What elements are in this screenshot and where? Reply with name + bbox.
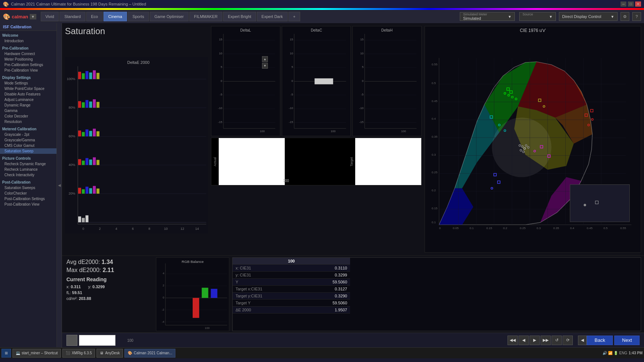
sidebar: ISF Calibration Welcome Introduction Pre… (0, 23, 57, 347)
minimize-button[interactable]: ─ (621, 1, 626, 7)
swatch-controls (66, 335, 116, 346)
max-de2000: Max dE2000: 2.11 (66, 267, 152, 274)
sidebar-item-gamma[interactable]: Gamma (0, 108, 57, 113)
nav-play-icon[interactable]: ▶ (530, 336, 540, 345)
svg-rect-21 (78, 72, 81, 79)
sidebar-item-cms-color-gamut[interactable]: CMS Color Gamut (0, 143, 57, 148)
nav-play-next-icon[interactable]: ▶▶ (541, 336, 551, 345)
sidebar-item-grayscale-2pt[interactable]: Grayscale - 2pt (0, 132, 57, 137)
tab-expert-bright[interactable]: Expert Bright (223, 12, 256, 21)
sidebar-item-post-calibration-settings[interactable]: Post-Calibration Settings (0, 196, 57, 202)
row-label-target-Y: Target Y (233, 300, 305, 307)
charts-container: Saturation DeltaE 2000 100% 80% 60% 40% … (62, 23, 644, 256)
sidebar-item-pre-calibration-view[interactable]: Pre-Calibration View (0, 68, 57, 73)
actual-label: Actual (211, 138, 219, 185)
next-button[interactable]: Next (614, 336, 640, 345)
taskbar-item-4[interactable]: 🎨 Calman 2021 Calman... (124, 349, 175, 358)
sidebar-item-saturation-sweep[interactable]: Saturation Sweep (0, 148, 57, 154)
table-row: Target y:CIE31 0.3290 (233, 293, 350, 300)
windows-icon: ⊞ (5, 351, 8, 355)
sidebar-item-dynamic-range[interactable]: Dynamic Range (0, 102, 57, 108)
sidebar-item-resolution[interactable]: Resolution (0, 119, 57, 124)
taskbar-item-1[interactable]: 💻 start_miner – Shortcut (12, 349, 61, 358)
playback-controls[interactable]: ◀◀ ◀ ▶ ▶▶ ↺ ⟳ (507, 336, 573, 345)
sidebar-section-pre-calibration: Pre-Calibration (0, 45, 57, 51)
sidebar-item-adjust-luminance[interactable]: Adjust Luminance (0, 97, 57, 102)
svg-text:5: 5 (291, 65, 293, 69)
sidebar-item-pre-calibration-settings[interactable]: Pre-Calibration Settings (0, 62, 57, 68)
close-button[interactable]: ✕ (635, 1, 641, 7)
table-row: Target Y 59.5060 (233, 300, 350, 307)
scroll-down-button[interactable]: ▼ (262, 63, 268, 69)
black-area (285, 138, 348, 185)
target-label: Target (348, 138, 355, 185)
sidebar-item-white-point[interactable]: White Point/Color Space (0, 86, 57, 91)
svg-text:0.2: 0.2 (432, 189, 436, 192)
app-icon: 🎨 (128, 351, 132, 355)
nav-play-prev-icon[interactable]: ◀ (519, 336, 529, 345)
svg-text:0.1: 0.1 (470, 227, 474, 230)
direct-display-dropdown[interactable]: Direct Display Control ▼ (559, 12, 618, 21)
taskbar: ⊞ 💻 start_miner – Shortcut ⬛ XMRig 6.3.5… (0, 347, 644, 358)
table-row: Y 59.5060 (233, 279, 350, 286)
current-reading-label: Current Reading (66, 276, 152, 282)
settings-icon-btn[interactable]: ⚙ (621, 12, 629, 21)
maximize-button[interactable]: □ (628, 1, 634, 7)
sidebar-section-display-settings: Display Settings (0, 75, 57, 80)
sidebar-item-meter-positioning[interactable]: Meter Positioning (0, 57, 57, 62)
tab-expert-dark[interactable]: Expert Dark (257, 12, 288, 21)
nav-loop-icon[interactable]: ⟳ (563, 336, 573, 345)
tab-filmmaker[interactable]: FILMMAKER (189, 12, 222, 21)
sidebar-item-hardware-connect[interactable]: Hardware Connect (0, 51, 57, 57)
sidebar-collapse-button[interactable]: ◀ (57, 23, 62, 347)
source-dropdown[interactable]: Source ▼ (519, 12, 556, 21)
simulated-meter-dropdown[interactable]: Simulated Meter Simulated ▼ (460, 12, 515, 21)
tab-sports[interactable]: Sports (128, 12, 149, 21)
tab-game-optimiser[interactable]: Game Optimiser (150, 12, 189, 21)
svg-text:10: 10 (290, 52, 293, 55)
svg-text:RGB Balance: RGB Balance (182, 260, 204, 264)
sidebar-item-recheck-dynamic-range[interactable]: Recheck Dynamic Range (0, 161, 57, 167)
sidebar-item-mode-settings[interactable]: Mode Settings (0, 80, 57, 86)
bottom-bar: 100 ◀◀ ◀ ▶ ▶▶ ↺ ⟳ ◀ Back Next (62, 333, 644, 347)
help-icon-btn[interactable]: ? (632, 12, 641, 21)
nav-arrow-left[interactable]: ◀ (578, 336, 587, 345)
tab-cinema[interactable]: Cinema (103, 12, 127, 21)
tab-vivid[interactable]: Vivid (41, 12, 59, 21)
svg-text:0.5: 0.5 (432, 82, 436, 85)
row-label-y-cie31: y: CIE31 (233, 272, 305, 279)
nav-prev-icon[interactable]: ◀◀ (507, 336, 518, 345)
saturation-title: Saturation (65, 26, 208, 36)
delta-charts-container: ▲ ▼ DeltaL 15 10 5 0 (211, 26, 422, 253)
sidebar-item-check-interactivity[interactable]: Check Interactivity (0, 172, 57, 178)
svg-rect-50 (97, 189, 99, 194)
svg-rect-37 (93, 129, 96, 137)
sidebar-item-disable-auto[interactable]: Disable Auto Features (0, 91, 57, 97)
start-button[interactable]: ⊞ (1, 349, 11, 358)
table-row: y: CIE31 0.3299 (233, 272, 350, 279)
back-button[interactable]: Back (587, 336, 613, 345)
sidebar-item-post-calibration-view[interactable]: Post-Calibration View (0, 202, 57, 207)
tab-standard[interactable]: Standard (59, 12, 85, 21)
scroll-up-button[interactable]: ▲ (262, 56, 268, 62)
nav-repeat-icon[interactable]: ↺ (552, 336, 562, 345)
sidebar-item-colorchecker[interactable]: ColorChecker (0, 191, 57, 196)
taskbar-item-2[interactable]: ⬛ XMRig 6.3.5 (62, 349, 95, 358)
title-text: Calman 2021 Calman Ultimate for Business… (11, 2, 146, 6)
svg-text:0.25: 0.25 (520, 227, 526, 230)
sidebar-item-color-decoder[interactable]: Color Decoder (0, 113, 57, 119)
tab-add[interactable]: + (288, 12, 300, 21)
sidebar-item-introduction[interactable]: Introduction (0, 38, 57, 44)
toolbar-dropdown-icon[interactable]: ▼ (30, 14, 36, 19)
sidebar-item-recheck-luminance[interactable]: Recheck Luminance (0, 167, 57, 172)
taskbar-item-3[interactable]: 🖥 AnyDesk (97, 349, 123, 358)
tab-eco[interactable]: Eco (86, 12, 103, 21)
titlebar-controls[interactable]: ─ □ ✕ (621, 1, 641, 7)
sidebar-item-grayscale-gamma[interactable]: Grayscale/Gamma (0, 137, 57, 143)
svg-rect-32 (97, 102, 99, 108)
sidebar-item-saturation-sweeps[interactable]: Saturation Sweeps (0, 185, 57, 191)
sidebar-section-metered-calibration: Metered Calibration (0, 126, 57, 132)
svg-text:DeltaH: DeltaH (381, 28, 393, 32)
svg-rect-193 (570, 185, 629, 222)
svg-text:15: 15 (290, 38, 293, 41)
